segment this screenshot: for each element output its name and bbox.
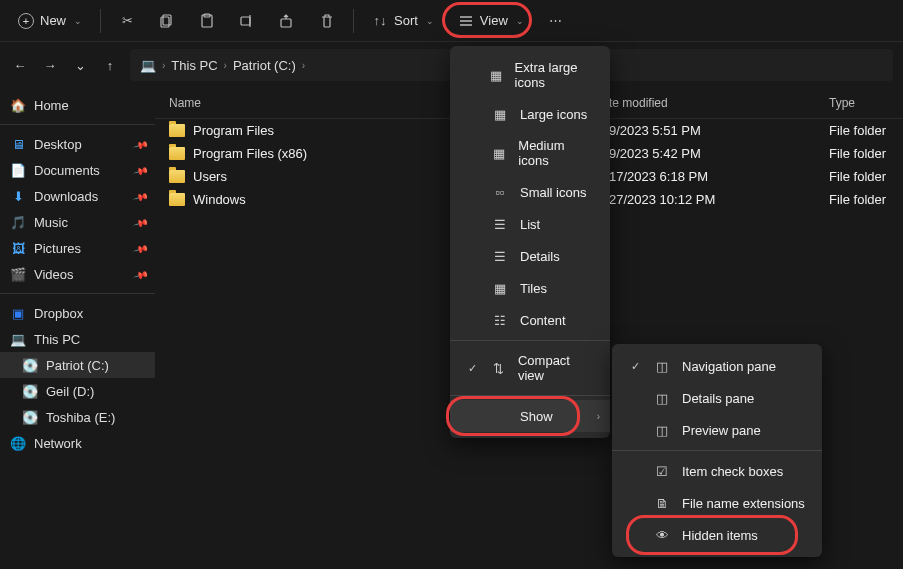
col-type-header[interactable]: Type	[829, 96, 903, 110]
home-icon: 🏠	[10, 97, 26, 113]
pane-icon: ◫	[654, 422, 670, 438]
menu-label: Medium icons	[518, 138, 594, 168]
paste-icon	[199, 13, 215, 29]
drive-icon: 💽	[22, 383, 38, 399]
sort-label: Sort	[394, 13, 418, 28]
menu-label: Extra large icons	[515, 60, 594, 90]
file-type: File folder	[829, 169, 903, 184]
show-extensions[interactable]: 🗎File name extensions	[612, 487, 822, 519]
sidebar-desktop[interactable]: 🖥Desktop📌	[0, 131, 155, 157]
sidebar-downloads[interactable]: ⬇Downloads📌	[0, 183, 155, 209]
sidebar-label: Documents	[34, 163, 100, 178]
folder-icon	[169, 147, 185, 160]
file-date: 9/2023 5:51 PM	[609, 123, 829, 138]
sidebar-dropbox[interactable]: ▣Dropbox	[0, 300, 155, 326]
file-name: Program Files (x86)	[193, 146, 307, 161]
menu-label: Details pane	[682, 391, 754, 406]
sidebar-music[interactable]: 🎵Music📌	[0, 209, 155, 235]
tiles-icon: ▦	[492, 280, 508, 296]
sidebar-label: Dropbox	[34, 306, 83, 321]
sidebar-documents[interactable]: 📄Documents📌	[0, 157, 155, 183]
more-icon: ⋯	[548, 13, 564, 29]
sidebar-label: Desktop	[34, 137, 82, 152]
back-button[interactable]: ←	[10, 55, 30, 75]
sidebar-label: Home	[34, 98, 69, 113]
file-icon: 🗎	[654, 495, 670, 511]
view-show[interactable]: Show ›	[450, 400, 610, 432]
file-type: File folder	[829, 192, 903, 207]
view-compact[interactable]: ✓⇅Compact view	[450, 345, 610, 391]
divider	[353, 9, 354, 33]
sidebar-videos[interactable]: 🎬Videos📌	[0, 261, 155, 287]
toolbar: + New ⌄ ✂ ↑↓ Sort ⌄ View ⌄ ⋯	[0, 0, 903, 42]
sidebar-thispc[interactable]: 💻This PC	[0, 326, 155, 352]
grid-icon: ▦	[489, 67, 502, 83]
view-lg-icons[interactable]: ▦Large icons	[450, 98, 610, 130]
sidebar-label: Toshiba (E:)	[46, 410, 115, 425]
folder-icon	[169, 193, 185, 206]
menu-label: Show	[520, 409, 553, 424]
view-button[interactable]: View ⌄	[448, 7, 534, 35]
up-button[interactable]: ↑	[100, 55, 120, 75]
recent-button[interactable]: ⌄	[70, 55, 90, 75]
menu-label: Tiles	[520, 281, 547, 296]
show-preview-pane[interactable]: ◫Preview pane	[612, 414, 822, 446]
share-icon	[279, 13, 295, 29]
menu-label: File name extensions	[682, 496, 805, 511]
sidebar-drive-e[interactable]: 💽Toshiba (E:)	[0, 404, 155, 430]
copy-icon	[159, 13, 175, 29]
show-checkboxes[interactable]: ☑Item check boxes	[612, 455, 822, 487]
sidebar-label: Music	[34, 215, 68, 230]
menu-label: Large icons	[520, 107, 587, 122]
sidebar-pictures[interactable]: 🖼Pictures📌	[0, 235, 155, 261]
share-button[interactable]	[269, 7, 305, 35]
paste-button[interactable]	[189, 7, 225, 35]
new-button[interactable]: + New ⌄	[8, 7, 92, 35]
pin-icon: 📌	[133, 266, 149, 282]
col-date-header[interactable]: te modified	[609, 96, 829, 110]
view-sm-icons[interactable]: ▫▫Small icons	[450, 176, 610, 208]
show-hidden-items[interactable]: 👁Hidden items	[612, 519, 822, 551]
rename-icon	[239, 13, 255, 29]
menu-label: Content	[520, 313, 566, 328]
view-content[interactable]: ☷Content	[450, 304, 610, 336]
rename-button[interactable]	[229, 7, 265, 35]
delete-button[interactable]	[309, 7, 345, 35]
view-list[interactable]: ☰List	[450, 208, 610, 240]
grid-icon: ▦	[492, 106, 508, 122]
view-details[interactable]: ☰Details	[450, 240, 610, 272]
sidebar-drive-d[interactable]: 💽Geil (D:)	[0, 378, 155, 404]
show-nav-pane[interactable]: ✓◫Navigation pane	[612, 350, 822, 382]
videos-icon: 🎬	[10, 266, 26, 282]
music-icon: 🎵	[10, 214, 26, 230]
svg-rect-5	[281, 19, 291, 27]
view-xl-icons[interactable]: ▦Extra large icons	[450, 52, 610, 98]
breadcrumb-root[interactable]: This PC	[171, 58, 217, 73]
divider	[100, 9, 101, 33]
pane-icon: ◫	[654, 390, 670, 406]
breadcrumb-drive[interactable]: Patriot (C:)	[233, 58, 296, 73]
annotation-highlight	[446, 396, 580, 436]
sidebar-home[interactable]: 🏠 Home	[0, 92, 155, 118]
pane-icon: ◫	[654, 358, 670, 374]
check-icon: ✓	[628, 360, 642, 373]
view-md-icons[interactable]: ▦Medium icons	[450, 130, 610, 176]
more-button[interactable]: ⋯	[538, 7, 574, 35]
cut-button[interactable]: ✂	[109, 7, 145, 35]
folder-icon	[169, 124, 185, 137]
sidebar-network[interactable]: 🌐Network	[0, 430, 155, 456]
sidebar: 🏠 Home 🖥Desktop📌 📄Documents📌 ⬇Downloads📌…	[0, 88, 155, 569]
file-date: 27/2023 10:12 PM	[609, 192, 829, 207]
sort-button[interactable]: ↑↓ Sort ⌄	[362, 7, 444, 35]
file-date: 17/2023 6:18 PM	[609, 169, 829, 184]
chevron-right-icon: ›	[162, 60, 165, 71]
menu-label: Hidden items	[682, 528, 758, 543]
drive-icon: 💽	[22, 357, 38, 373]
show-details-pane[interactable]: ◫Details pane	[612, 382, 822, 414]
sidebar-drive-c[interactable]: 💽Patriot (C:)	[0, 352, 155, 378]
forward-button[interactable]: →	[40, 55, 60, 75]
copy-button[interactable]	[149, 7, 185, 35]
chevron-right-icon: ›	[597, 411, 600, 422]
view-tiles[interactable]: ▦Tiles	[450, 272, 610, 304]
sidebar-label: Pictures	[34, 241, 81, 256]
